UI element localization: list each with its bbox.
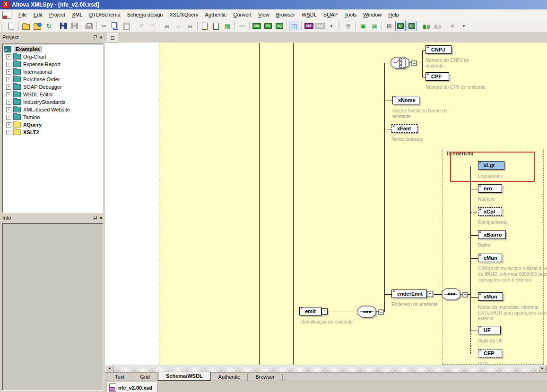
expand-icon[interactable]: + <box>6 77 11 82</box>
horizontal-scrollbar[interactable]: ◄ ► <box>105 365 547 372</box>
cut-button[interactable]: ✂ <box>99 21 109 31</box>
schema-element-enderEmit[interactable]: enderEmit− <box>391 290 427 298</box>
project-item-industrystandards[interactable]: +IndustryStandards <box>2 98 103 106</box>
expand-icon[interactable]: + <box>6 54 11 60</box>
menu-item-window[interactable]: Window <box>360 10 385 19</box>
expand-icon[interactable]: + <box>6 69 11 75</box>
project-item-wsdl-editor[interactable]: +WSDL Editor <box>2 91 103 98</box>
validate-button[interactable] <box>211 21 221 31</box>
undo-button[interactable]: ↶ <box>136 21 147 31</box>
expand-icon[interactable]: + <box>6 92 11 97</box>
tab-grid[interactable]: Grid <box>132 374 158 381</box>
close-icon[interactable]: × <box>100 35 103 40</box>
expand-icon[interactable]: + <box>6 107 11 112</box>
project-item-org-chart[interactable]: +Org-Chart <box>2 53 103 60</box>
replace-button[interactable]: ∞ <box>185 21 195 31</box>
schema-element-nro[interactable]: nro <box>478 184 502 193</box>
collapse-button[interactable]: − <box>321 308 328 315</box>
find-button[interactable]: ∞ <box>162 21 173 31</box>
scroll-right-button[interactable]: ► <box>538 365 547 373</box>
find-next-button[interactable]: ∞ <box>174 21 184 31</box>
paste-button[interactable] <box>122 21 132 31</box>
project-root-examples[interactable]: Examples <box>2 45 103 53</box>
schema-element-xCpl[interactable]: xCpl <box>478 207 502 216</box>
scroll-left-button[interactable]: ◄ <box>105 365 113 373</box>
expand-icon[interactable]: + <box>6 115 11 120</box>
content-model-toggle-button[interactable]: C↑ <box>407 21 417 31</box>
remote-session-button[interactable] <box>433 21 443 31</box>
open-url-button[interactable] <box>32 21 43 31</box>
def-view-button[interactable]: DEF <box>304 21 314 31</box>
menu-item-convert[interactable]: Convert <box>230 10 255 19</box>
project-item-soap-debugger[interactable]: +SOAP Debugger <box>2 83 103 91</box>
menu-item-edit[interactable]: Edit <box>30 10 46 19</box>
menu-item-help[interactable]: Help <box>385 10 402 19</box>
schema-element-xMun[interactable]: xMun <box>478 292 503 301</box>
pin-icon[interactable] <box>93 35 97 40</box>
schema-element-xLgr[interactable]: xLgr <box>478 161 504 170</box>
collapse-button[interactable]: − <box>427 291 433 297</box>
print-button[interactable] <box>84 21 95 31</box>
toolbar-overflow2-button[interactable]: ▾ <box>459 21 469 31</box>
new-document-button[interactable] <box>6 21 17 31</box>
project-item-tamino[interactable]: +Tamino <box>2 113 103 121</box>
xquery-execution-button[interactable]: XQ <box>274 21 285 31</box>
menu-item-project[interactable]: Project <box>46 10 69 19</box>
xsl-transformation-button[interactable]: XSL <box>252 21 262 31</box>
choice-compositor[interactable] <box>391 57 417 69</box>
document-tab[interactable]: nfe_v2.00.xsd <box>107 382 157 392</box>
schema-element-cMun[interactable]: cMun <box>478 254 502 262</box>
expand-icon[interactable]: + <box>6 100 11 105</box>
menu-item-tools[interactable]: Tools <box>341 10 360 19</box>
display-all-globals-button[interactable]: ⊟ <box>107 33 118 43</box>
tab-schema-wsdl[interactable]: Schema/WSDL <box>158 372 211 381</box>
menu-item-soap[interactable]: SOAP <box>320 10 341 19</box>
menu-item-xsl-xquery[interactable]: XSL/XQuery <box>166 10 201 19</box>
schema-element-CNPJ[interactable]: CNPJ <box>425 45 451 54</box>
schema-element-CEP[interactable]: CEP <box>478 349 502 358</box>
project-item-expense-report[interactable]: +Expense Report <box>2 60 103 68</box>
menu-item-file[interactable]: File <box>15 10 30 19</box>
schema-copy-diagram-button[interactable]: ▣ <box>369 21 380 31</box>
schema-element-CPF[interactable]: CPF <box>425 72 449 81</box>
schema-element-xNome[interactable]: xNome <box>392 96 419 104</box>
menu-item-browser[interactable]: Browser <box>273 10 298 19</box>
redo-button[interactable]: ↷ <box>148 21 158 31</box>
display-diagram-button[interactable]: ⊞ <box>384 21 394 31</box>
project-window-toggle-button[interactable]: ◫ <box>289 21 299 31</box>
expand-icon[interactable]: + <box>6 122 11 128</box>
schema-element-xBairro[interactable]: xBairro <box>478 230 506 239</box>
tab-browser[interactable]: Browser <box>248 374 282 381</box>
reload-file-button[interactable]: ↻ <box>43 21 54 31</box>
menu-item-view[interactable]: View <box>255 10 273 19</box>
spelling-button[interactable]: ABC <box>237 21 247 31</box>
file-view-button[interactable]: FILE <box>315 21 325 31</box>
expand-icon[interactable]: + <box>6 62 11 67</box>
expand-icon[interactable]: + <box>6 85 11 90</box>
expand-icon[interactable]: + <box>6 130 11 135</box>
close-icon[interactable]: × <box>100 216 103 220</box>
schema-element-xFant[interactable]: xFant <box>391 124 417 133</box>
tab-authentic[interactable]: Authentic <box>211 374 248 381</box>
tab-text[interactable]: Text <box>107 374 132 381</box>
menu-item-authentic[interactable]: Authentic <box>202 10 230 19</box>
project-item-international[interactable]: +International <box>2 68 103 76</box>
menu-item-wsdl[interactable]: WSDL <box>298 10 320 19</box>
fo-transformation-button[interactable]: FO <box>263 21 273 31</box>
menu-item-dtd-schema[interactable]: DTD/Schema <box>86 10 124 19</box>
pin-icon[interactable] <box>93 216 97 220</box>
schema-save-diagram-button[interactable]: ▣ <box>358 21 368 31</box>
toolbar-overflow-button[interactable]: ▾ <box>326 21 337 31</box>
menu-item-schema-design[interactable]: Schema design <box>124 10 166 19</box>
scripting-button[interactable]: ✱ <box>447 21 458 31</box>
check-wellformed-button[interactable] <box>200 21 210 31</box>
project-item-xml-based-website[interactable]: +XML-based Website <box>2 106 103 113</box>
schema-settings-button[interactable]: ≣ <box>343 21 354 31</box>
project-item-purchase-order[interactable]: +Purchase Order <box>2 76 103 83</box>
project-item-xslt2[interactable]: +XSLT2 <box>2 128 103 136</box>
assign-schema-button[interactable]: ▦ <box>222 21 233 31</box>
open-file-button[interactable] <box>21 21 31 31</box>
schema-element-emit[interactable]: emit− <box>299 307 321 315</box>
project-item-xquery[interactable]: +XQuery <box>2 121 103 128</box>
sequence-compositor[interactable] <box>442 288 468 300</box>
